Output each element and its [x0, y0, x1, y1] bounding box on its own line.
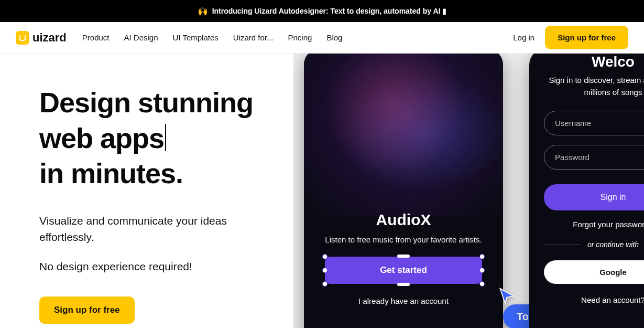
mockup-signin-title: Welco [544, 54, 644, 70]
nav-ui-templates[interactable]: UI Templates [173, 33, 219, 42]
hero-title-line1: Design stunning [39, 87, 253, 118]
announce-text: Introducing Uizard Autodesigner: Text to… [212, 7, 447, 15]
hero-subtitle: Visualize and communicate your ideas eff… [39, 213, 278, 246]
resize-handle-icon[interactable] [322, 281, 328, 287]
resize-handle-icon[interactable] [479, 254, 485, 259]
resize-handle-icon[interactable] [322, 268, 328, 273]
nav-product[interactable]: Product [82, 33, 110, 42]
hero-note: No design experience required! [39, 260, 278, 273]
resize-edge-icon[interactable] [397, 255, 410, 258]
site-header: uizard Product AI Design UI Templates Ui… [0, 22, 644, 54]
mockup-hero-image [304, 54, 503, 216]
resize-handle-icon[interactable] [479, 268, 485, 273]
signup-button-header[interactable]: Sign up for free [545, 26, 628, 49]
mockup-google-button[interactable]: Google [544, 260, 644, 284]
mockup-app-title: AudioX [320, 211, 487, 229]
mockup-username-input[interactable]: Username [544, 111, 644, 135]
resize-handle-icon[interactable] [479, 281, 485, 287]
hero-title-line2: web apps [39, 122, 164, 154]
selected-element-frame[interactable]: Get started [325, 257, 482, 284]
mockup-signin-button[interactable]: Sign in [544, 184, 644, 210]
hero-copy: Design stunning web apps in minutes. Vis… [0, 54, 293, 328]
logo-mark-icon [16, 31, 29, 45]
resize-handle-icon[interactable] [322, 254, 328, 259]
hero-title-line3: in minutes. [39, 157, 183, 189]
hero-section: Design stunning web apps in minutes. Vis… [0, 54, 644, 328]
main-nav: Product AI Design UI Templates Uizard fo… [82, 33, 343, 42]
announce-emoji: 🙌 [198, 6, 208, 16]
nav-blog[interactable]: Blog [326, 33, 342, 42]
mockup-divider: or continue with [544, 240, 644, 249]
mockup-signin-subtitle: Sign in to discover, stream and enjoy mi… [544, 75, 644, 98]
mockup-need-account-link[interactable]: Need an account? [544, 295, 644, 304]
mockup-existing-account-link[interactable]: I already have an account [320, 297, 487, 305]
brand-logo[interactable]: uizard [16, 31, 67, 45]
mockup-password-input[interactable]: Password [544, 145, 644, 170]
nav-ai-design[interactable]: AI Design [124, 33, 158, 42]
hero-title: Design stunning web apps in minutes. [39, 85, 278, 192]
mockup-forgot-password-link[interactable]: Forgot your password? [544, 220, 644, 229]
nav-pricing[interactable]: Pricing [288, 33, 312, 42]
mockup-divider-text: or continue with [587, 240, 639, 249]
mockup-phone-signin: Welco Sign in to discover, stream and en… [529, 54, 644, 328]
resize-edge-icon[interactable] [397, 283, 410, 286]
signup-button-hero[interactable]: Sign up for free [39, 297, 135, 324]
mockup-get-started-button[interactable]: Get started [325, 257, 482, 284]
nav-uizard-for[interactable]: Uizard for... [233, 33, 274, 42]
announcement-bar[interactable]: 🙌 Introducing Uizard Autodesigner: Text … [0, 0, 644, 22]
mockup-app-subtitle: Listen to free music from your favorite … [320, 234, 487, 246]
brand-name: uizard [32, 31, 67, 45]
login-link[interactable]: Log in [513, 33, 534, 42]
hero-preview-canvas: AudioX Listen to free music from your fa… [293, 54, 644, 328]
typing-cursor-icon [165, 124, 166, 151]
mockup-phone-audiox: AudioX Listen to free music from your fa… [304, 54, 503, 328]
